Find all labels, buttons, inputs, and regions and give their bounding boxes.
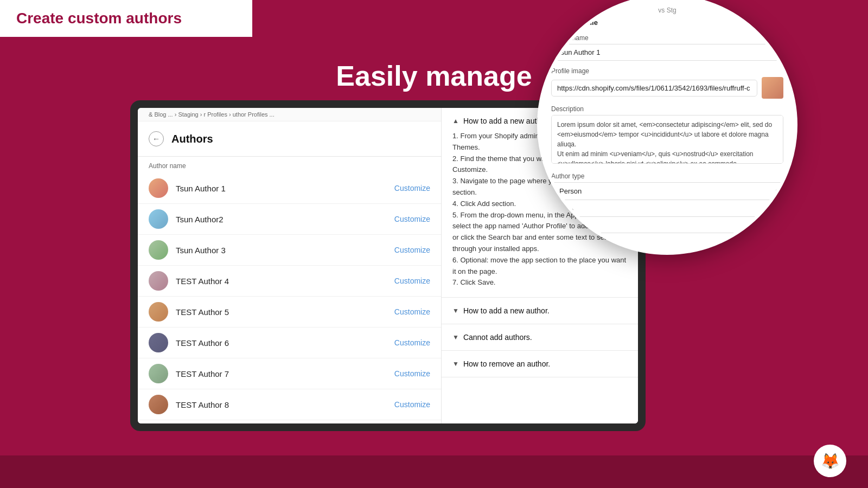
- profile-image-input[interactable]: [551, 80, 757, 97]
- author-name-input[interactable]: [551, 44, 783, 61]
- customize-button[interactable]: Customize: [394, 307, 430, 316]
- author-name: Tsun Author 3: [176, 246, 387, 255]
- customize-button[interactable]: Customize: [394, 184, 430, 192]
- title-box: Create custom authors: [0, 0, 252, 37]
- help-section: ▼ Cannot add authors.: [442, 324, 638, 351]
- author-name-field: Author name: [551, 34, 783, 61]
- author-row: 👤 TEST 6 Customize: [138, 420, 441, 423]
- author-avatar: [149, 271, 168, 291]
- help-toggle[interactable]: ▼ Cannot add authors.: [452, 333, 627, 342]
- author-avatar: [149, 395, 168, 414]
- customize-button[interactable]: Customize: [394, 277, 430, 285]
- author-avatar: [149, 302, 168, 322]
- corner-icon: 🦊: [814, 445, 846, 477]
- author-row: Tsun Author 1 Customize: [138, 173, 441, 204]
- zoom-popup: vs Stg Author profile Author name Profil…: [537, 0, 797, 255]
- back-button[interactable]: ←: [149, 131, 164, 146]
- image-thumbnail: [762, 77, 783, 99]
- author-avatar: [149, 240, 168, 260]
- author-row: TEST Author 5 Customize: [138, 297, 441, 328]
- profile-image-row: [551, 77, 783, 99]
- help-section-title: How to remove an author.: [463, 359, 550, 368]
- author-name: TEST Author 8: [176, 400, 387, 409]
- customize-button[interactable]: Customize: [394, 338, 430, 347]
- author-avatar: [149, 364, 168, 383]
- help-section: ▼ How to add a new author.: [442, 298, 638, 324]
- author-name: TEST Author 5: [176, 307, 387, 317]
- toggle-arrow: ▼: [452, 307, 459, 314]
- job-title-label: Job title: [551, 207, 783, 214]
- author-row: Tsun Author2 Customize: [138, 204, 441, 235]
- breadcrumb: & Blog ... › Staging › r Profiles › utho…: [138, 108, 441, 121]
- profile-image-field: Profile image: [551, 67, 783, 99]
- profile-image-label: Profile image: [551, 67, 783, 75]
- author-name: TEST Author 4: [176, 277, 387, 286]
- author-type-field: Author type Person Organization: [551, 172, 783, 200]
- author-name: Tsun Author 1: [176, 184, 387, 193]
- author-row: TEST Author 4 Customize: [138, 266, 441, 297]
- author-name: TEST Author 7: [176, 369, 387, 378]
- help-section: ▼ How to remove an author.: [442, 351, 638, 377]
- author-avatar: [149, 209, 168, 229]
- author-name-label: Author name: [551, 34, 783, 42]
- authors-header: ← Authors: [138, 121, 441, 157]
- toggle-arrow: ▼: [452, 360, 459, 368]
- author-row: TEST Author 6 Customize: [138, 328, 441, 358]
- help-toggle[interactable]: ▼ How to remove an author.: [452, 359, 627, 368]
- description-label: Description: [551, 105, 783, 113]
- author-avatar: [149, 178, 168, 198]
- customize-button[interactable]: Customize: [394, 400, 430, 409]
- customize-button[interactable]: Customize: [394, 246, 430, 254]
- author-list: Tsun Author 1 Customize Tsun Author2 Cus…: [138, 173, 441, 423]
- author-avatar: [149, 333, 168, 352]
- zoom-top-bar: vs Stg: [551, 7, 783, 14]
- customize-button[interactable]: Customize: [394, 369, 430, 378]
- author-row: TEST Author 7 Customize: [138, 358, 441, 389]
- author-type-select[interactable]: Person Organization: [551, 182, 783, 200]
- bottom-bar: [0, 455, 868, 488]
- help-toggle[interactable]: ▼ How to add a new author.: [452, 306, 627, 315]
- author-type-label: Author type: [551, 172, 783, 180]
- description-textarea[interactable]: Lorem ipsum dolor sit amet, <em>consecte…: [551, 115, 783, 164]
- authors-panel: & Blog ... › Staging › r Profiles › utho…: [138, 108, 442, 423]
- zoom-inner: vs Stg Author profile Author name Profil…: [540, 0, 794, 252]
- author-row: Tsun Author 3 Customize: [138, 235, 441, 266]
- toggle-arrow: ▼: [452, 333, 459, 341]
- page-title: Create custom authors: [16, 10, 236, 27]
- toggle-arrow: ▲: [452, 117, 459, 125]
- customize-button[interactable]: Customize: [394, 215, 430, 223]
- author-name: Tsun Author2: [176, 215, 387, 224]
- author-name: TEST Author 6: [176, 338, 387, 348]
- zoom-tab-label: Author profile: [551, 18, 783, 27]
- author-row: TEST Author 8 Customize: [138, 389, 441, 420]
- author-name-column-label: Author name: [138, 157, 441, 173]
- help-section-title: How to add a new author.: [463, 306, 550, 315]
- description-field: Description Lorem ipsum dolor sit amet, …: [551, 105, 783, 166]
- authors-heading: Authors: [171, 133, 213, 145]
- help-section-title: Cannot add authors.: [463, 333, 532, 342]
